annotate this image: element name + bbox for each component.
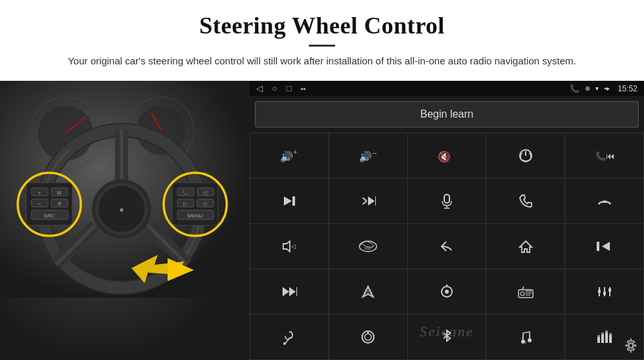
android-section: ◁ ○ □ ▪▪ 📞 ⊕ ▾ ▪▸ 15:52 Begin learn: [250, 81, 644, 360]
phone-prev-button[interactable]: 📞 ⏮: [565, 133, 643, 178]
battery-icon: ▪▸: [604, 85, 610, 92]
360-button[interactable]: 360°: [329, 224, 407, 269]
svg-text:🔊: 🔊: [280, 150, 293, 163]
svg-marker-64: [283, 241, 290, 252]
svg-text:♪: ♪: [524, 340, 527, 345]
image-section: ● + M − ↺ SRC 📞: [0, 81, 250, 360]
radio-button[interactable]: [486, 269, 564, 314]
svg-text:▷: ▷: [183, 201, 188, 207]
ff-button[interactable]: [329, 179, 407, 223]
gear-icon[interactable]: [623, 338, 639, 357]
svg-point-77: [445, 290, 449, 294]
nav-square-icon[interactable]: □: [287, 83, 292, 93]
mic2-button[interactable]: [250, 315, 329, 359]
source-button[interactable]: [408, 269, 486, 314]
svg-marker-70: [602, 242, 610, 251]
page-container: Steering Wheel Control Your original car…: [0, 0, 644, 360]
svg-marker-68: [520, 241, 532, 252]
svg-text:−: −: [38, 201, 41, 207]
mic-button[interactable]: [408, 179, 486, 223]
status-bar-right: 📞 ⊕ ▾ ▪▸ 15:52: [570, 84, 637, 93]
svg-rect-105: [597, 335, 600, 337]
svg-rect-102: [601, 334, 604, 343]
svg-marker-58: [368, 196, 375, 206]
svg-rect-106: [601, 332, 604, 334]
svg-text:M: M: [57, 190, 62, 196]
svg-marker-72: [289, 287, 296, 296]
svg-marker-75: [363, 286, 373, 297]
begin-learn-button[interactable]: Begin learn: [255, 101, 639, 127]
back-button[interactable]: [408, 224, 486, 269]
hang-up-button[interactable]: [565, 179, 643, 223]
svg-line-57: [363, 198, 367, 201]
svg-rect-103: [605, 332, 608, 343]
svg-rect-60: [444, 194, 449, 203]
svg-text:◇: ◇: [203, 201, 208, 207]
header-section: Steering Wheel Control Your original car…: [0, 0, 644, 76]
fast-fwd-button[interactable]: [250, 269, 329, 314]
svg-rect-107: [605, 330, 608, 332]
steering-wheel-bg: ● + M − ↺ SRC 📞: [0, 81, 250, 360]
eq-button[interactable]: [565, 269, 643, 314]
call-button[interactable]: [486, 179, 564, 223]
svg-text:360°: 360°: [364, 246, 373, 251]
subtitle: Your original car's steering wheel contr…: [66, 53, 578, 69]
bluetooth-button[interactable]: [408, 315, 486, 359]
time-display: 15:52: [618, 84, 637, 93]
music-button[interactable]: ♪: [486, 315, 564, 359]
svg-point-80: [520, 292, 524, 296]
svg-text:🔊: 🔊: [359, 150, 372, 163]
svg-line-56: [363, 201, 367, 204]
status-bar-left: ◁ ○ □ ▪▪: [256, 83, 306, 93]
prev-prev-button[interactable]: [565, 224, 643, 269]
svg-text:🔇: 🔇: [438, 150, 451, 163]
nav-back-icon[interactable]: ◁: [256, 83, 263, 93]
nav-menu-icon[interactable]: ▪▪: [301, 85, 306, 93]
svg-text:−: −: [372, 148, 377, 158]
begin-learn-row: Begin learn: [250, 96, 644, 133]
svg-rect-101: [597, 336, 600, 343]
steering-wheel-svg: ● + M − ↺ SRC 📞: [0, 81, 250, 298]
svg-text:+: +: [38, 190, 41, 196]
controls-grid: 🔊+ 🔊− 🔇 📞: [250, 133, 644, 360]
svg-marker-71: [283, 287, 289, 296]
svg-text:📞: 📞: [595, 150, 607, 162]
next-track-button[interactable]: [250, 179, 329, 223]
svg-rect-104: [609, 334, 612, 343]
location-icon: ⊕: [585, 85, 590, 92]
svg-rect-108: [609, 333, 612, 335]
svg-text:⏮: ⏮: [606, 151, 614, 161]
svg-point-99: [528, 338, 532, 342]
knob-button[interactable]: [329, 315, 407, 359]
svg-text:↺: ↺: [57, 201, 62, 207]
svg-rect-73: [296, 287, 297, 296]
svg-line-96: [523, 332, 530, 333]
power-button[interactable]: [486, 133, 564, 178]
svg-text:+: +: [293, 148, 298, 157]
svg-point-91: [283, 342, 286, 345]
svg-rect-59: [375, 196, 376, 206]
svg-rect-69: [597, 242, 599, 251]
nav-circle-icon[interactable]: ○: [272, 83, 277, 93]
svg-text:SRC: SRC: [44, 213, 55, 219]
page-title: Steering Wheel Control: [39, 12, 605, 39]
speaker-button[interactable]: ◁: [250, 224, 329, 269]
svg-point-93: [365, 334, 371, 340]
content-row: ● + M − ↺ SRC 📞: [0, 81, 644, 360]
svg-rect-88: [603, 292, 606, 295]
vol-up-button[interactable]: 🔊+: [250, 133, 329, 178]
mute-button[interactable]: 🔇: [408, 133, 486, 178]
svg-text:MENU: MENU: [187, 213, 203, 219]
vol-down-button[interactable]: 🔊−: [329, 133, 407, 178]
svg-rect-86: [598, 290, 601, 293]
title-divider: [309, 45, 335, 47]
navigation-button[interactable]: [329, 269, 407, 314]
phone-icon: 📞: [570, 84, 580, 93]
svg-text:●: ●: [119, 205, 124, 214]
svg-text:◁: ◁: [203, 190, 208, 196]
svg-marker-54: [284, 196, 292, 206]
svg-rect-90: [609, 288, 611, 292]
wifi-icon: ▾: [595, 85, 599, 92]
svg-text:◁: ◁: [291, 243, 296, 250]
home-button[interactable]: [486, 224, 564, 269]
